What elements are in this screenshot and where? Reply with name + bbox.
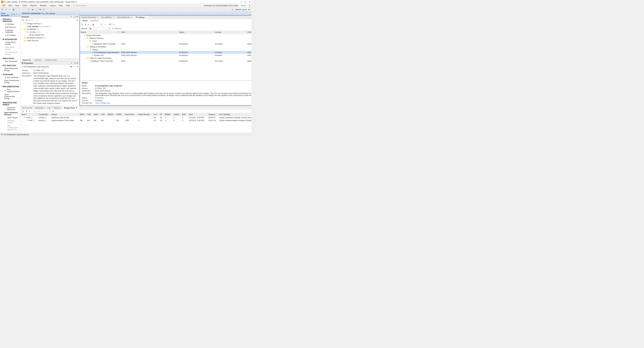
menu-view[interactable]: View <box>57 4 64 6</box>
maximize-button[interactable]: ▢ <box>244 1 246 3</box>
flownav-item[interactable]: Create Block Design <box>0 41 20 46</box>
flownav-item[interactable]: ›Open Elaborated Design <box>0 67 20 72</box>
cat-search-icon[interactable]: 🔍 <box>81 23 83 26</box>
ipprops-min-icon[interactable]: _ <box>72 62 74 64</box>
src-collapse-icon[interactable]: ⇵ <box>26 19 27 21</box>
tab-close-icon[interactable]: ✕ <box>130 16 132 18</box>
catalog-column[interactable]: License <box>214 31 246 34</box>
layout-select[interactable]: Default Layout <box>234 8 250 11</box>
runs-column[interactable]: Status <box>50 113 79 116</box>
menu-help[interactable]: Help <box>64 4 72 6</box>
tab-close-icon[interactable]: ✕ <box>96 16 98 18</box>
runs-next-icon[interactable]: ▸▸ <box>44 110 46 112</box>
flownav-hide-icon[interactable]: ⋮ <box>18 13 20 15</box>
tool-icon[interactable]: ✎ <box>50 8 53 11</box>
bottom-tab[interactable]: Messages <box>34 106 46 109</box>
back-icon[interactable]: ⮜ <box>5 8 8 11</box>
search-input[interactable] <box>89 27 110 30</box>
sources-max-icon[interactable]: ▢ <box>74 15 76 18</box>
cat-clear-icon[interactable]: ⌫ <box>108 23 111 26</box>
bottom-hscroll[interactable] <box>20 130 252 133</box>
catalog-row[interactable]: ⌄📁Debug <box>80 48 252 51</box>
runs-column[interactable]: Failed Routes <box>137 113 152 116</box>
bottom-tab[interactable]: Log <box>46 106 52 109</box>
runs-collapse-icon[interactable]: ⇵ <box>26 110 27 112</box>
catalog-column[interactable]: VLNV <box>246 31 252 34</box>
flownav-section[interactable]: PROJECT MANAGER <box>0 17 20 22</box>
sources-help-icon[interactable]: ? <box>71 15 72 18</box>
tab-close-icon[interactable]: ✕ <box>113 16 114 18</box>
run-icon[interactable]: ▶ <box>31 8 34 11</box>
minimize-button[interactable]: — <box>240 1 242 3</box>
catalog-row[interactable]: ◈System ILAAXI4, AXI4-StreamProductionIn… <box>80 54 252 57</box>
cancel-icon[interactable]: ✕ <box>28 8 30 11</box>
editor-tab[interactable]: led_twinkle.xdc✕ <box>116 16 134 19</box>
runs-column[interactable]: Run Strategy <box>218 113 252 116</box>
ipprops-max-icon[interactable]: ▢ <box>74 62 76 64</box>
src-search-icon[interactable]: 🔍 <box>22 19 24 21</box>
flownav-item[interactable]: ›Open Implemented Design <box>0 93 20 100</box>
runs-column[interactable]: WHS <box>93 113 100 116</box>
flownav-section[interactable]: PROGRAM AND DEBUG <box>0 101 20 106</box>
catalog-row[interactable]: ⌄◇Vivado Repository <box>80 34 252 37</box>
ipprops-gear-icon[interactable]: ⚙ <box>76 66 78 68</box>
quick-access[interactable]: Quick Access <box>73 4 87 6</box>
runs-column[interactable]: Name <box>20 113 38 116</box>
flownav-item[interactable]: ▶Run Implementation <box>0 88 20 93</box>
runs-column[interactable]: FF <box>159 113 164 116</box>
runs-prev-icon[interactable]: ◂◂ <box>38 110 40 112</box>
flownav-section[interactable]: RTL ANALYSIS <box>0 64 20 67</box>
menu-file[interactable]: File <box>1 4 7 6</box>
tab-close-icon[interactable]: ✕ <box>76 107 77 109</box>
runs-column[interactable]: Total Power <box>124 113 137 116</box>
runs-percent-icon[interactable]: % <box>52 110 54 112</box>
flownav-collapse-icon[interactable]: ⇵ <box>12 13 13 15</box>
runs-column[interactable]: TPWS <box>115 113 124 116</box>
cat-info-icon[interactable]: ⓘ <box>113 23 114 26</box>
runs-column[interactable]: BRAM <box>164 113 172 116</box>
cancel2-icon[interactable]: ✕ <box>46 8 49 11</box>
source-node[interactable]: ● led_twinkle (led_twinkle.v) <box>20 25 79 28</box>
menu-edit[interactable]: Edit <box>7 4 14 6</box>
flownav-section[interactable]: SIMULATION <box>0 57 20 60</box>
flownav-item[interactable]: Run Simulation <box>0 60 20 63</box>
close-button[interactable]: ✕ <box>249 1 250 3</box>
src-filter-icon[interactable]: ≑ <box>28 19 30 21</box>
sources-tab[interactable]: Hierarchy <box>20 58 33 61</box>
redo-icon[interactable]: ↷ <box>22 8 25 11</box>
cat-wrench-icon[interactable]: 🔧 <box>100 23 102 26</box>
runs-column[interactable]: Start <box>188 113 208 116</box>
flownav-help-icon[interactable]: ? <box>16 13 17 15</box>
runs-column[interactable]: TNS <box>86 113 93 116</box>
editor-tab[interactable]: Project Summary✕ <box>80 16 100 19</box>
menu-reports[interactable]: Reports <box>28 4 38 6</box>
ipprops-close-icon[interactable]: ✕ <box>76 62 78 64</box>
search-clear-icon[interactable]: ⊘ <box>108 27 110 30</box>
editor-tab[interactable]: led_twinkle.v✕ <box>100 16 116 19</box>
sources-close-icon[interactable]: ✕ <box>76 15 78 18</box>
catalog-column[interactable]: Status <box>178 31 214 34</box>
bottom-tab[interactable]: Reports <box>52 106 62 109</box>
undo-icon[interactable]: ↶ <box>18 8 21 11</box>
sources-tab[interactable]: Compile Order <box>43 58 59 61</box>
design-run-row[interactable]: ✔ impl_1constrs_1Implementation Out-of-d… <box>20 119 252 122</box>
bottom-tab[interactable]: Design Runs✕ <box>62 106 79 109</box>
runs-sort-icon[interactable]: ≑ <box>29 110 30 112</box>
runs-column[interactable]: DSP <box>181 113 188 116</box>
flownav-section[interactable]: IMPLEMENTATION <box>0 85 20 88</box>
cat-collapse-icon[interactable]: ⇵ <box>85 23 86 26</box>
cat-sort-icon[interactable]: ≑ <box>88 23 89 26</box>
cat-filter-icon[interactable]: ◪ <box>92 23 94 26</box>
runs-column[interactable]: Elapsed <box>208 113 218 116</box>
runs-column[interactable]: WBSS <box>106 113 115 116</box>
status-details-link[interactable]: details <box>239 3 248 7</box>
catalog-row[interactable]: ⌄📁Video & Image Processing <box>80 57 252 59</box>
menu-tools[interactable]: Tools <box>21 4 28 6</box>
save-icon[interactable]: 🖫 <box>12 8 15 11</box>
flownav-item[interactable]: ◈IP Catalog <box>0 34 20 37</box>
source-node[interactable]: ▤ led_twinkle.xdc <box>20 33 79 36</box>
gear-icon[interactable]: ⚙ <box>38 8 42 11</box>
menu-window[interactable]: Window <box>38 4 48 6</box>
new-icon[interactable]: 🗋 <box>1 8 4 11</box>
forward-icon[interactable]: ⮞ <box>8 8 12 11</box>
